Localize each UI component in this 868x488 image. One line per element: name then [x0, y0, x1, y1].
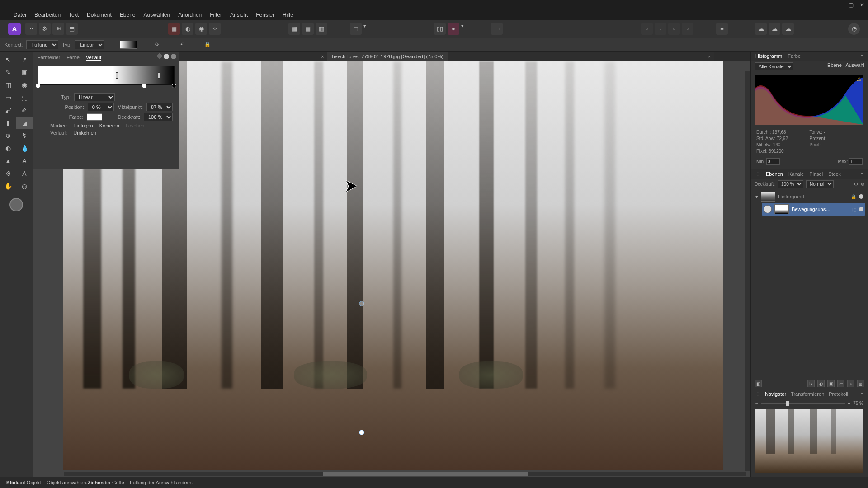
cloud-1-icon[interactable]: ☁ — [755, 23, 767, 35]
horizontal-scrollbar[interactable] — [64, 472, 746, 476]
eraser-tool-icon[interactable]: ✐ — [16, 104, 33, 117]
group-icon[interactable]: ▭ — [837, 380, 844, 387]
flood-tool-icon[interactable]: ⬚ — [16, 91, 33, 104]
zoom-slider[interactable] — [761, 403, 845, 404]
panel-menu-icon[interactable]: ≡ — [861, 53, 863, 59]
text-tool-icon[interactable]: A — [16, 155, 33, 167]
nav-handle-icon[interactable]: ⋮ — [755, 391, 760, 397]
layers-plus-icon[interactable]: ⊕ — [861, 182, 864, 187]
layer-hintergrund[interactable]: ▾ Hintergrund 🔒 — [754, 190, 865, 203]
layer-visibility-icon[interactable] — [859, 194, 863, 199]
gp-invert-button[interactable]: Umkehren — [73, 130, 96, 136]
blend-mode-dropdown[interactable]: Normal — [806, 180, 834, 188]
gradient-strip[interactable] — [38, 66, 175, 85]
menu-text[interactable]: Text — [69, 12, 79, 18]
nav-menu-icon[interactable]: ≡ — [861, 391, 863, 397]
persona-photo-icon[interactable]: 〰 — [25, 23, 37, 35]
gradient-midpoint-1[interactable] — [158, 72, 160, 79]
gradient-line[interactable] — [362, 61, 362, 432]
gp-copy-button[interactable]: Kopieren — [99, 123, 119, 128]
menu-auswaehlen[interactable]: Auswählen — [143, 12, 170, 18]
document-tab-1[interactable]: beech-forest-779902_1920.jpg [Geändert] … — [327, 52, 448, 61]
clone-tool-icon[interactable]: ⊕ — [0, 129, 16, 142]
close-tab-0-icon[interactable]: × — [321, 54, 324, 59]
adjustment-icon[interactable]: ◐ — [817, 380, 825, 387]
popover-tab-verlauf[interactable]: Verlauf — [86, 55, 101, 61]
fill-dropdown[interactable]: Füllung — [26, 40, 58, 49]
primary-color-icon[interactable] — [164, 54, 169, 59]
menu-anordnen[interactable]: Anordnen — [178, 12, 202, 18]
selection-tool-icon[interactable]: ◫ — [0, 79, 16, 91]
layers-menu-icon[interactable]: ≡ — [861, 171, 863, 177]
node-tool-icon[interactable]: ↗ — [16, 53, 33, 66]
hist-min-input[interactable] — [766, 158, 780, 165]
gp-position-input[interactable]: 0 % — [88, 103, 114, 111]
menu-hilfe[interactable]: Hilfe — [283, 12, 293, 18]
menu-filter[interactable]: Filter — [210, 12, 222, 18]
menu-ebene[interactable]: Ebene — [120, 12, 136, 18]
gp-midpoint-input[interactable]: 87 % — [146, 103, 173, 111]
lock-icon[interactable]: 🔒 — [203, 40, 212, 49]
color-picker-icon[interactable] — [9, 198, 23, 211]
dropdown-icon[interactable]: ▾ — [461, 23, 464, 35]
zoom-tool-icon[interactable]: ◎ — [16, 180, 33, 192]
tab-protokoll[interactable]: Protokoll — [829, 391, 848, 397]
zoom-out-button[interactable]: − — [755, 401, 758, 406]
maximize-icon[interactable]: ▢ — [849, 2, 854, 8]
crop-tool-icon[interactable]: ▣ — [16, 66, 33, 79]
palette-icon[interactable]: ▦ — [168, 23, 180, 35]
rotate-icon[interactable]: ⟳ — [152, 40, 161, 49]
pen-tool-icon[interactable]: ✎ — [0, 66, 16, 79]
gear-tool-icon[interactable]: ⚙ — [0, 167, 16, 180]
popover-tab-farbfelder[interactable]: Farbfelder — [38, 55, 60, 61]
popover-tab-farbe[interactable]: Farbe — [66, 55, 80, 61]
shape-tool-icon[interactable]: ▲ — [0, 155, 16, 167]
smudge-tool-icon[interactable]: ↯ — [16, 129, 33, 142]
record-icon[interactable]: ● — [448, 23, 459, 35]
eyedropper-icon[interactable] — [156, 53, 163, 59]
arrange-icon[interactable]: ▯▯ — [434, 23, 446, 35]
gp-insert-button[interactable]: Einfügen — [73, 123, 93, 128]
grid-module-icon[interactable]: ▥ — [316, 23, 327, 35]
gradient-stop-end[interactable] — [359, 430, 364, 435]
user-avatar-icon[interactable]: ◔ — [848, 23, 860, 35]
align-icon[interactable]: ≡ — [716, 23, 728, 35]
grid-selection-icon[interactable]: ▦ — [288, 23, 300, 35]
layers-handle-icon[interactable]: ⋮ — [755, 171, 760, 177]
layers-gear-icon[interactable]: ⚙ — [854, 182, 858, 187]
quicklook-icon[interactable]: ◻ — [350, 23, 362, 35]
menu-datei[interactable]: Datei — [14, 12, 26, 18]
lasso-tool-icon[interactable]: ◉ — [16, 79, 33, 91]
gradient-stop-0[interactable] — [36, 84, 40, 88]
gradient-stop-2[interactable] — [172, 84, 176, 88]
undo-icon[interactable]: ↶ — [178, 40, 187, 49]
persona-export-icon[interactable]: ⬒ — [66, 23, 78, 35]
tab-pinsel[interactable]: Pinsel — [809, 171, 823, 177]
gradient-midpoint-0[interactable] — [116, 72, 118, 79]
persona-tone-icon[interactable]: ≋ — [52, 23, 64, 35]
close-icon[interactable]: ✕ — [860, 2, 864, 8]
layer-lock-icon[interactable]: ⬚ — [852, 207, 856, 212]
camera-icon[interactable]: ▭ — [491, 23, 503, 35]
wand-icon[interactable]: ✧ — [209, 23, 221, 35]
menu-fenster[interactable]: Fenster — [256, 12, 274, 18]
menu-bearbeiten[interactable]: Bearbeiten — [34, 12, 61, 18]
grid-ruler-icon[interactable]: ▤ — [302, 23, 314, 35]
layer-bewegungsunschaerfe[interactable]: Bewegungsuns… ⬚ — [762, 203, 865, 216]
tab-transformieren[interactable]: Transformieren — [791, 391, 824, 397]
tab-histogramm[interactable]: Histogramm — [755, 53, 782, 59]
dropdown-icon[interactable]: ▾ — [363, 23, 366, 35]
blur-tool-icon[interactable]: 💧 — [16, 142, 33, 155]
layer-expand-icon[interactable]: ▾ — [755, 194, 758, 200]
menu-dokument[interactable]: Dokument — [87, 12, 112, 18]
adjust-icon[interactable]: ◐ — [182, 23, 193, 35]
new-layer-icon[interactable]: ▫ — [847, 380, 854, 387]
zoom-in-button[interactable]: + — [848, 401, 850, 406]
secondary-color-icon[interactable] — [171, 54, 176, 59]
channels-dropdown[interactable]: Alle Kanäle — [755, 62, 793, 70]
hist-max-input[interactable] — [849, 158, 863, 165]
layer-lock-icon[interactable]: 🔒 — [851, 194, 856, 199]
delete-layer-icon[interactable]: 🗑 — [857, 380, 864, 387]
menu-ansicht[interactable]: Ansicht — [230, 12, 248, 18]
tab-ebenen[interactable]: Ebenen — [766, 171, 783, 177]
